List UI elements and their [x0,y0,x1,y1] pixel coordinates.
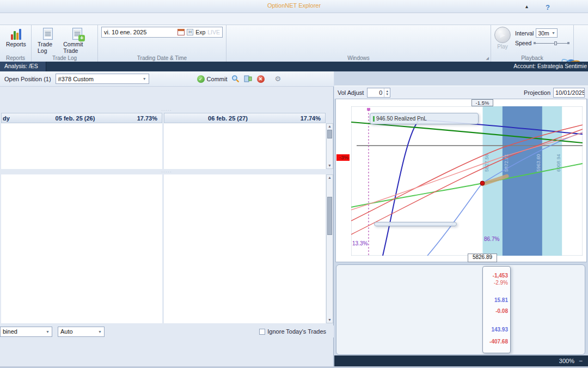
windows-group-label: Windows [226,55,491,61]
commit-trade-icon [72,28,82,40]
position-legend: 946.50 Realized PnL [370,113,479,124]
collapse-ribbon-icon[interactable]: ▴ [525,3,528,9]
legend-chip-icon [373,116,375,122]
current-price-dot [480,181,485,185]
close-position-icon[interactable]: ✕ [256,75,265,83]
current-move-box: -1.5% [471,99,493,106]
windows-group: Windows ◢ [226,25,491,62]
interval-label: Interval [515,30,534,37]
strategy-select[interactable]: #378 Custom▼ [56,74,149,84]
splitter-handle[interactable]: ∙∙∙∙∙ [0,108,334,112]
current-price-box: 5826.89 [468,254,497,262]
trading-date-field[interactable]: vi. 10 ene. 2025 H Exp LIVE [101,27,223,38]
risk-chart-plot: 5827.56 5872.91 5963.60 6008.94 [351,106,583,256]
options-grid-exp1-top [1,123,162,169]
probability-outside-label: 13.3% [352,240,367,246]
svg-text:5963.60: 5963.60 [536,154,541,172]
account-label: Account: Estrategia Sentimie [513,63,587,69]
trade-log-icon [43,28,53,40]
calendar-icon[interactable] [177,29,185,35]
probability-inside-label: 86.7% [484,236,499,242]
play-label: Play [497,44,507,50]
document-tab-strip: Analysis: /ES Account: Estrategia Sentim… [0,62,588,71]
gear-icon[interactable]: ⚙ [275,75,281,83]
expiration-type-fragment: dy [2,115,22,122]
splitter-handle[interactable]: ∙∙∙∙∙ [0,170,334,174]
options-grid-exp2-main [164,174,326,323]
tab-analysis-es[interactable]: Analysis: /ES [0,62,46,71]
time-icon[interactable]: H [187,29,193,35]
speed-label: Speed [515,40,531,46]
grid-footer: bined▼ Auto▼ Ignore Today's Trades [0,325,334,337]
projection-label: Projection [524,89,550,96]
menu-bar [0,13,588,25]
options-grid-exp1-main [1,174,162,323]
risk-chart-panel: Vol Adjust 0 ▲▼ Projection 10/01/2025 [334,71,588,368]
current-pnl-badge: -3% [336,154,350,161]
commit-trade-button[interactable]: Commit Trade [60,27,94,55]
interval-select[interactable]: 30m▼ [536,28,557,38]
ignore-todays-trades-checkbox[interactable]: Ignore Today's Trades [259,328,326,335]
reports-group: Reports Reports [0,25,32,62]
greeks-by-move-table: -1,453 -2.9% 15.81 -0.08 143.93 -407.68 [336,264,585,355]
window-title: OptionNET Explorer [0,2,588,9]
trade-log-group-label: Trade Log [32,55,97,61]
pricing-mode-select[interactable]: Auto▼ [58,327,105,337]
projection-date-field[interactable]: 10/01/2025 [553,88,585,98]
projection-dates-legend [374,222,457,226]
layout-panels-icon[interactable] [244,75,253,83]
trading-date-value[interactable]: vi. 10 ene. 2025 [104,29,175,35]
time-step-row [101,39,223,50]
help-icon[interactable]: ? [546,3,550,11]
magnifier-icon[interactable] [231,75,240,83]
trading-date-time-group-label: Trading Date & Time [98,55,226,61]
position-toolbar: Open Position (1) #378 Custom▼ ✓ Commit … [0,71,334,87]
scrollbar-vertical[interactable]: ▲▼ [326,123,333,169]
chart-controls: Vol Adjust 0 ▲▼ Projection 10/01/2025 [334,86,588,99]
expiration-header-1[interactable]: dy 05 feb. 25 (26) 17.73% [1,113,162,123]
trade-log-group: Trade Log Commit Trade Trade Log [32,25,98,62]
main-area: Open Position (1) #378 Custom▼ ✓ Commit … [0,71,588,368]
checkbox-icon [259,329,265,335]
open-position-label: Open Position (1) [4,76,51,82]
live-label: LIVE [207,29,220,35]
scrollbar-vertical[interactable]: ▲▼ [326,174,333,323]
current-column-box: -1,453 -2.9% 15.81 -0.08 143.93 -407.68 [482,266,511,353]
vol-adjust-label: Vol Adjust [338,89,364,96]
application-window: OptionNET Explorer ▴ ? Reports Reports T… [0,0,588,368]
risk-chart: 5827.56 5872.91 5963.60 6008.94 [335,99,587,262]
view-mode-select[interactable]: bined▼ [0,327,52,337]
reports-icon [11,28,21,40]
options-grid-exp2-top [164,123,326,169]
speed-slider[interactable] [534,40,569,46]
chart-status-bar: 300% − [334,355,588,366]
exp-label[interactable]: Exp [195,29,205,35]
zoom-level[interactable]: 300% [559,358,574,364]
windows-group-expander-icon[interactable]: ◢ [486,56,489,61]
expiration-header-2[interactable]: 06 feb. 25 (27) 17.74% [164,113,326,123]
realized-pnl-row: 946.50 Realized PnL [373,115,475,122]
vol-adjust-stepper[interactable]: 0 ▲▼ [367,88,390,98]
analysis-panel: Open Position (1) #378 Custom▼ ✓ Commit … [0,71,334,368]
commit-icon: ✓ [197,75,205,83]
commit-button[interactable]: ✓ Commit [197,75,228,83]
zoom-out-icon[interactable]: − [579,357,583,365]
play-button[interactable]: ▶ [494,27,511,43]
reports-group-label: Reports [0,55,31,61]
trade-log-button[interactable]: Trade Log [35,27,60,55]
reports-button[interactable]: Reports [3,27,29,49]
title-bar: OptionNET Explorer ▴ ? [0,0,588,13]
ribbon: Reports Reports Trade Log Commit Trade T… [0,25,588,62]
trading-date-time-group: vi. 10 ene. 2025 H Exp LIVE Trading Date… [98,25,226,62]
